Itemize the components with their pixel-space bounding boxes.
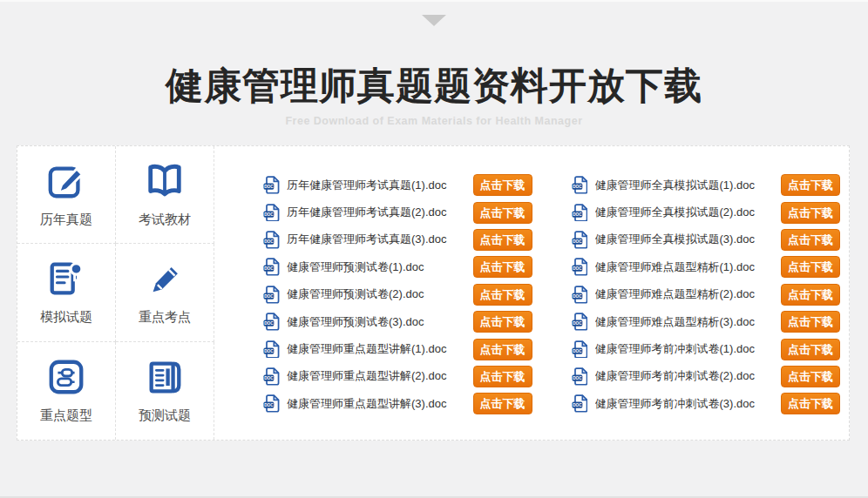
file-row: DOC 健康管理师重点题型讲解(2).doc 点击下载	[263, 363, 532, 390]
category-label: 考试教材	[139, 212, 191, 228]
chevron-down-icon	[422, 15, 446, 26]
download-button[interactable]: 点击下载	[473, 311, 532, 333]
file-name: 健康管理师难点题型精析(3).doc	[595, 314, 775, 330]
svg-text:DOC: DOC	[264, 348, 274, 353]
download-button[interactable]: 点击下载	[473, 284, 532, 306]
download-button[interactable]: 点击下载	[473, 202, 532, 224]
file-row: DOC 健康管理师难点题型精析(2).doc 点击下载	[572, 281, 841, 308]
category-label: 重点题型	[40, 407, 92, 424]
open-book-icon	[145, 161, 185, 201]
file-row: DOC 健康管理师预测试卷(3).doc 点击下载	[263, 308, 532, 335]
doc-file-icon: DOC	[263, 340, 280, 359]
download-button[interactable]: 点击下载	[781, 366, 840, 387]
doc-file-icon: DOC	[263, 367, 280, 386]
download-button[interactable]: 点击下载	[781, 284, 840, 306]
svg-text:DOC: DOC	[573, 185, 582, 189]
file-row: DOC 健康管理师预测试卷(1).doc 点击下载	[263, 253, 532, 280]
mock-paper-icon	[46, 259, 86, 299]
sliders-icon	[46, 357, 86, 397]
svg-text:DOC: DOC	[573, 266, 582, 271]
page-title: 健康管理师真题题资料开放下载	[0, 61, 868, 111]
file-row: DOC 健康管理师考前冲刺试卷(3).doc 点击下载	[572, 390, 841, 417]
svg-text:DOC: DOC	[573, 348, 582, 353]
download-button[interactable]: 点击下载	[473, 339, 532, 360]
category-label: 模拟试题	[40, 309, 92, 326]
doc-file-icon: DOC	[572, 340, 588, 359]
file-column-right: DOC 健康管理师全真模拟试题(1).doc 点击下载 DOC 健康管理师全真模…	[572, 172, 841, 418]
file-row: DOC 历年健康管理师考试真题(1).doc 点击下载	[263, 172, 532, 199]
download-button[interactable]: 点击下载	[473, 174, 532, 196]
download-button[interactable]: 点击下载	[473, 366, 532, 387]
download-button[interactable]: 点击下载	[781, 339, 840, 360]
file-name: 健康管理师考前冲刺试卷(3).doc	[595, 396, 775, 412]
svg-text:DOC: DOC	[264, 403, 274, 407]
top-divider	[0, 0, 868, 2]
svg-text:DOC: DOC	[264, 376, 274, 380]
edit-square-icon	[46, 161, 86, 201]
file-row: DOC 健康管理师预测试卷(2).doc 点击下载	[263, 281, 532, 308]
file-name: 历年健康管理师考试真题(3).doc	[287, 232, 466, 247]
svg-text:DOC: DOC	[573, 239, 582, 244]
doc-file-icon: DOC	[263, 231, 280, 249]
category-label: 预测试题	[139, 407, 191, 424]
file-name: 健康管理师全真模拟试题(2).doc	[595, 205, 775, 220]
category-item-4[interactable]: 重点考点	[116, 244, 214, 341]
svg-text:DOC: DOC	[573, 294, 582, 299]
category-label: 重点考点	[139, 309, 191, 326]
file-row: DOC 健康管理师考前冲刺试卷(2).doc 点击下载	[572, 363, 841, 390]
newspaper-icon	[145, 357, 185, 397]
download-button[interactable]: 点击下载	[781, 202, 840, 224]
category-item-1[interactable]: 历年真题	[17, 146, 116, 244]
file-name: 健康管理师全真模拟试题(1).doc	[595, 178, 775, 193]
category-sidebar: 历年真题 考试教材 模拟试题 重点考点 重点题型 预测试题	[17, 146, 214, 440]
download-button[interactable]: 点击下载	[781, 174, 840, 196]
file-row: DOC 健康管理师考前冲刺试卷(1).doc 点击下载	[572, 335, 841, 362]
download-button[interactable]: 点击下载	[473, 393, 532, 414]
doc-file-icon: DOC	[263, 286, 280, 304]
doc-file-icon: DOC	[572, 313, 588, 331]
svg-text:DOC: DOC	[264, 185, 274, 189]
category-item-5[interactable]: 重点题型	[17, 342, 116, 440]
doc-file-icon: DOC	[572, 367, 588, 386]
file-row: DOC 历年健康管理师考试真题(3).doc 点击下载	[263, 226, 532, 253]
file-row: DOC 健康管理师全真模拟试题(2).doc 点击下载	[572, 199, 841, 225]
file-name: 历年健康管理师考试真题(1).doc	[287, 178, 466, 193]
doc-file-icon: DOC	[263, 394, 280, 413]
category-item-6[interactable]: 预测试题	[116, 342, 214, 440]
svg-text:DOC: DOC	[573, 321, 582, 326]
file-list: DOC 历年健康管理师考试真题(1).doc 点击下载 DOC 历年健康管理师考…	[214, 146, 849, 440]
svg-text:DOC: DOC	[573, 376, 582, 380]
page-header: 健康管理师真题题资料开放下载 Free Download of Exam Mat…	[0, 61, 868, 127]
doc-file-icon: DOC	[263, 176, 280, 194]
file-name: 健康管理师预测试卷(2).doc	[287, 286, 466, 302]
download-button[interactable]: 点击下载	[781, 393, 840, 414]
file-row: DOC 健康管理师重点题型讲解(3).doc 点击下载	[263, 390, 532, 417]
svg-text:DOC: DOC	[264, 321, 274, 326]
file-name: 健康管理师重点题型讲解(3).doc	[287, 396, 466, 412]
download-button[interactable]: 点击下载	[473, 256, 532, 278]
file-row: DOC 健康管理师全真模拟试题(3).doc 点击下载	[572, 226, 841, 253]
download-button[interactable]: 点击下载	[473, 229, 532, 251]
category-label: 历年真题	[40, 212, 92, 228]
download-button[interactable]: 点击下载	[781, 229, 840, 251]
file-name: 健康管理师考前冲刺试卷(2).doc	[595, 368, 775, 384]
doc-file-icon: DOC	[263, 258, 280, 276]
category-item-3[interactable]: 模拟试题	[17, 244, 116, 341]
doc-file-icon: DOC	[572, 286, 588, 304]
file-row: DOC 历年健康管理师考试真题(2).doc 点击下载	[263, 199, 532, 225]
svg-text:DOC: DOC	[573, 212, 582, 216]
download-button[interactable]: 点击下载	[781, 256, 840, 278]
file-name: 健康管理师难点题型精析(1).doc	[595, 259, 775, 275]
file-column-left: DOC 历年健康管理师考试真题(1).doc 点击下载 DOC 历年健康管理师考…	[263, 172, 532, 418]
file-name: 健康管理师重点题型讲解(1).doc	[287, 341, 466, 357]
doc-file-icon: DOC	[263, 204, 280, 222]
doc-file-icon: DOC	[572, 394, 588, 413]
doc-file-icon: DOC	[572, 204, 588, 222]
download-button[interactable]: 点击下载	[781, 311, 840, 333]
file-name: 健康管理师重点题型讲解(2).doc	[287, 368, 466, 384]
pencil-icon	[145, 259, 185, 299]
page-subtitle: Free Download of Exam Materials for Heal…	[0, 115, 868, 127]
svg-text:DOC: DOC	[264, 239, 274, 244]
svg-text:DOC: DOC	[264, 294, 274, 299]
category-item-2[interactable]: 考试教材	[116, 146, 214, 244]
